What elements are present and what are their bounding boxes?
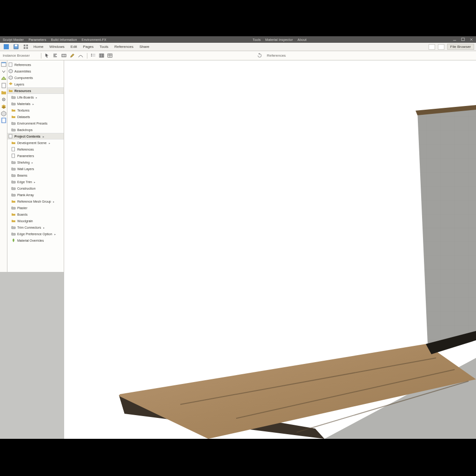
pencil-icon[interactable] bbox=[69, 53, 76, 59]
svg-point-29 bbox=[3, 99, 4, 100]
menu-share[interactable]: Share bbox=[137, 44, 152, 50]
folder-grey-icon bbox=[11, 225, 16, 230]
svg-rect-31 bbox=[2, 118, 6, 123]
tree-node[interactable]: Plank Array bbox=[7, 192, 64, 198]
grid-icon[interactable] bbox=[21, 44, 30, 50]
folder-grey-icon bbox=[11, 179, 16, 184]
tree-node[interactable]: References bbox=[7, 61, 64, 68]
folder-grey-icon bbox=[11, 160, 16, 165]
menu-references[interactable]: References bbox=[112, 44, 136, 50]
rail-folder-icon[interactable] bbox=[1, 90, 7, 95]
tree-node[interactable]: Boards bbox=[7, 211, 64, 218]
tree-label: Edge Preference Option bbox=[17, 232, 52, 236]
tree-node[interactable]: Materials▸ bbox=[7, 100, 64, 107]
title-item[interactable]: Material Inspector bbox=[265, 38, 293, 41]
tree-node[interactable]: Reference Mesh Group▸ bbox=[7, 198, 64, 205]
table-icon[interactable] bbox=[107, 53, 113, 59]
window-control-icon[interactable] bbox=[438, 44, 444, 50]
tree-node[interactable]: Layers bbox=[7, 81, 64, 87]
3d-viewport[interactable] bbox=[64, 60, 476, 439]
rail-layers-icon[interactable] bbox=[1, 104, 7, 109]
tree-node[interactable]: Development Scene▸ bbox=[7, 139, 64, 146]
rail-window-icon[interactable] bbox=[1, 62, 7, 67]
tree-node[interactable]: Environment Presets bbox=[7, 120, 64, 126]
folder-icon bbox=[11, 140, 16, 145]
curve-icon[interactable] bbox=[78, 53, 84, 59]
rail-cube-icon[interactable] bbox=[1, 111, 7, 116]
svg-rect-34 bbox=[12, 147, 15, 151]
svg-rect-16 bbox=[93, 54, 95, 55]
tree-node[interactable]: Life-Boards▸ bbox=[7, 94, 64, 100]
tree-node[interactable]: Components bbox=[7, 74, 64, 81]
tree-label: Project Contents bbox=[14, 135, 40, 138]
title-item[interactable]: Tools bbox=[253, 38, 261, 41]
chevron-right-icon: ▸ bbox=[32, 102, 34, 106]
chevron-right-icon: ▸ bbox=[48, 141, 51, 145]
tree-node[interactable]: Trim Connectors▸ bbox=[7, 224, 64, 231]
menu-edit[interactable]: Edit bbox=[68, 44, 79, 50]
svg-rect-10 bbox=[53, 55, 56, 56]
menu-home[interactable]: Home bbox=[31, 44, 46, 50]
rail-plane-icon[interactable] bbox=[1, 76, 7, 81]
window-control-icon[interactable] bbox=[429, 44, 435, 50]
menu-pages[interactable]: Pages bbox=[81, 44, 96, 50]
tree-label: Shelving bbox=[17, 161, 30, 164]
rail-sheet-icon[interactable] bbox=[1, 83, 7, 88]
grid-plane-icon[interactable] bbox=[61, 53, 67, 59]
align-left-icon[interactable] bbox=[53, 53, 59, 59]
tree-label: Components bbox=[14, 76, 33, 79]
svg-rect-26 bbox=[1, 62, 6, 63]
tree-node[interactable]: Woodgrain bbox=[7, 218, 64, 224]
title-item[interactable]: Parameters bbox=[28, 38, 46, 41]
menu-tools[interactable]: Tools bbox=[97, 44, 111, 50]
tree-node[interactable]: Beams bbox=[7, 172, 64, 178]
tree-label: Material Overrides bbox=[17, 239, 44, 242]
list-icon[interactable] bbox=[90, 53, 97, 59]
tree-node[interactable]: Textures bbox=[7, 107, 64, 113]
tree-node[interactable]: Parameters bbox=[7, 152, 64, 159]
tree-node[interactable]: Datasets bbox=[7, 113, 64, 120]
rail-sheet-sel-icon[interactable] bbox=[1, 118, 7, 123]
workspace: References Assemblies Components Layers … bbox=[0, 60, 476, 439]
tree-node[interactable]: References bbox=[7, 146, 64, 152]
file-browser-button[interactable]: File Browser bbox=[447, 44, 474, 50]
tree-node[interactable]: Edge Trim▸ bbox=[7, 178, 64, 185]
title-item[interactable]: Sculpt Master bbox=[3, 38, 24, 41]
tree-node[interactable]: Material Overrides bbox=[7, 237, 64, 244]
rail-chevron-icon[interactable] bbox=[1, 69, 7, 74]
scene-render bbox=[64, 60, 476, 439]
tree-node[interactable]: Edge Preference Option▸ bbox=[7, 231, 64, 237]
rail-gear-icon[interactable] bbox=[1, 97, 7, 102]
title-item[interactable]: Environment-FX bbox=[82, 38, 106, 41]
columns-icon[interactable] bbox=[99, 53, 105, 59]
minimize-icon[interactable] bbox=[453, 38, 456, 41]
maximize-icon[interactable] bbox=[461, 38, 465, 41]
svg-rect-15 bbox=[91, 54, 92, 55]
tree-node[interactable]: Shelving▸ bbox=[7, 159, 64, 165]
tree-node[interactable]: Plaster bbox=[7, 205, 64, 211]
tree-node[interactable]: Assemblies bbox=[7, 68, 64, 74]
refresh-icon[interactable] bbox=[257, 53, 263, 59]
title-item[interactable]: Build Information bbox=[51, 38, 77, 41]
tree-label: Textures bbox=[17, 109, 29, 112]
project-tree[interactable]: References Assemblies Components Layers … bbox=[7, 60, 64, 245]
app-icon[interactable] bbox=[2, 44, 10, 50]
tree-section-header[interactable]: Project Contents▸ bbox=[7, 133, 64, 139]
references-label-button[interactable]: References bbox=[265, 53, 288, 58]
title-item[interactable]: About bbox=[298, 38, 306, 41]
save-icon[interactable] bbox=[12, 44, 20, 50]
tree-node[interactable]: Backdrops bbox=[7, 126, 64, 133]
menu-windows[interactable]: Windows bbox=[47, 44, 66, 50]
pointer-icon[interactable] bbox=[44, 53, 51, 59]
folder-grey-icon bbox=[11, 173, 16, 178]
tree-node[interactable]: Construction bbox=[7, 185, 64, 192]
chevron-right-icon: ▸ bbox=[31, 161, 34, 164]
tree-label: Woodgrain bbox=[17, 219, 33, 223]
svg-rect-18 bbox=[93, 56, 95, 57]
tree-label: Boards bbox=[17, 213, 27, 216]
close-icon[interactable] bbox=[469, 38, 473, 41]
tree-node[interactable]: Wall Layers bbox=[7, 165, 64, 172]
menu-bar: Home Windows Edit Pages Tools References… bbox=[0, 43, 476, 51]
tree-label: Development Scene bbox=[17, 141, 46, 145]
tree-section-header[interactable]: Resources bbox=[7, 87, 64, 94]
